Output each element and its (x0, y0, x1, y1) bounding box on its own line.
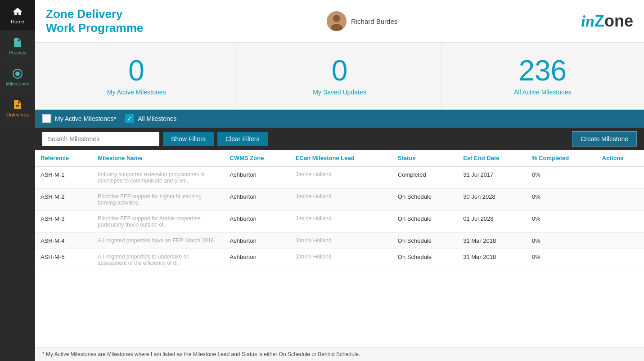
table-row: ASH-M-1 Industry supported extension pro… (35, 166, 644, 189)
col-reference: Reference (35, 150, 92, 166)
cell-lead: Janine Holland (290, 233, 392, 249)
sidebar-item-home-label: Home (11, 19, 24, 24)
table-row: ASH-M-4 All irrigated properties have an… (35, 233, 644, 249)
cell-actions (597, 211, 644, 233)
cell-pct: 0% (527, 211, 597, 233)
sidebar-item-projects[interactable]: Projects (0, 31, 35, 62)
main-content: Zone Delivery Work Programme Richard Bur… (35, 0, 644, 361)
cell-actions (597, 166, 644, 189)
header-user: Richard Burdes (327, 11, 397, 31)
sidebar: Home Projects Milestones Outcomes (0, 0, 35, 361)
cell-name: All irrigated properties have an FEP. Ma… (92, 233, 224, 249)
cell-status: On Schedule (392, 211, 458, 233)
cell-status: On Schedule (392, 249, 458, 271)
cell-lead: Janine Holland (290, 189, 392, 211)
projects-icon (12, 37, 23, 48)
footer-note: * My Active Milestones are Milestones wh… (35, 347, 644, 361)
cell-zone: Ashburton (225, 211, 290, 233)
milestones-table: Reference Milestone Name CWMS Zone ECan … (35, 150, 644, 271)
col-est-end-date: Est End Date (458, 150, 527, 166)
cell-ref: ASH-M-5 (35, 249, 92, 271)
my-active-toggle-group: My Active Milestones* (42, 114, 116, 123)
stat-my-active: 0 My Active Milestones (35, 43, 238, 109)
all-milestones-checkbox[interactable]: ✓ (125, 114, 134, 123)
sidebar-item-projects-label: Projects (9, 50, 27, 55)
cell-lead: Janine Holland (290, 249, 392, 271)
cell-pct: 0% (527, 249, 597, 271)
stat-saved-updates-value: 0 (332, 56, 348, 85)
svg-point-1 (15, 71, 20, 76)
table-header-row: Reference Milestone Name CWMS Zone ECan … (35, 150, 644, 166)
cell-date: 30 Jun 2028 (458, 189, 527, 211)
sidebar-item-milestones[interactable]: Milestones (0, 62, 35, 93)
cell-zone: Ashburton (225, 189, 290, 211)
cell-ref: ASH-M-1 (35, 166, 92, 189)
sidebar-item-milestones-label: Milestones (6, 81, 30, 86)
title-line2: Work Programme (46, 21, 143, 35)
home-icon (12, 6, 23, 17)
milestones-icon (12, 68, 23, 79)
col-status: Status (392, 150, 458, 166)
cell-pct: 0% (527, 166, 597, 189)
cell-ref: ASH-M-3 (35, 211, 92, 233)
table-row: ASH-M-2 Prioritise FEP support for highe… (35, 189, 644, 211)
title-line1: Zone Delivery (46, 7, 143, 21)
cell-lead: Janine Holland (290, 211, 392, 233)
app-logo: inZone (581, 12, 633, 31)
show-filters-button[interactable]: Show Filters (163, 132, 214, 146)
clear-filters-button[interactable]: Clear Filters (217, 132, 267, 146)
cell-name: All irrigated properties to undertake an… (92, 249, 224, 271)
table-body: ASH-M-1 Industry supported extension pro… (35, 166, 644, 271)
stat-saved-updates-label: My Saved Updates (313, 89, 366, 96)
create-milestone-button[interactable]: Create Milestone (572, 131, 637, 147)
cell-status: Completed (392, 166, 458, 189)
cell-pct: 0% (527, 233, 597, 249)
stat-all-active-value: 236 (518, 56, 567, 85)
cell-zone: Ashburton (225, 249, 290, 271)
search-input[interactable] (42, 132, 159, 146)
cell-name: Prioritise FEP support for higher N leac… (92, 189, 224, 211)
sidebar-item-outcomes-label: Outcomes (6, 112, 29, 117)
cell-actions (597, 189, 644, 211)
cell-status: On Schedule (392, 189, 458, 211)
stat-my-active-label: My Active Milestones (107, 89, 166, 96)
cell-actions (597, 233, 644, 249)
cell-date: 31 Mar 2018 (458, 249, 527, 271)
table-toolbar: My Active Milestones* ✓ All Milestones (35, 110, 644, 128)
cell-date: 31 Jul 2017 (458, 166, 527, 189)
avatar-image (327, 11, 347, 31)
table-row: ASH-M-3 Prioritise FEP support for Arabl… (35, 211, 644, 233)
username: Richard Burdes (351, 18, 397, 25)
sidebar-item-home[interactable]: Home (0, 0, 35, 31)
sidebar-item-outcomes[interactable]: Outcomes (0, 93, 35, 124)
cell-date: 01 Jul 2028 (458, 211, 527, 233)
my-active-checkbox[interactable] (42, 114, 51, 123)
my-active-checkbox-label: My Active Milestones* (55, 115, 116, 122)
col-actions: Actions (597, 150, 644, 166)
outcomes-icon (12, 99, 23, 110)
footer-note-text: * My Active Milestones are Milestones wh… (42, 351, 360, 357)
all-milestones-toggle-group: ✓ All Milestones (125, 114, 176, 123)
cell-name: Prioritise FEP support for Arable proper… (92, 211, 224, 233)
cell-zone: Ashburton (225, 233, 290, 249)
all-milestones-checkbox-label: All Milestones (138, 115, 176, 122)
data-table: Reference Milestone Name CWMS Zone ECan … (35, 150, 644, 347)
cell-status: On Schedule (392, 233, 458, 249)
cell-pct: 0% (527, 189, 597, 211)
avatar (327, 11, 347, 31)
filter-bar: Show Filters Clear Filters Create Milest… (35, 128, 644, 150)
stats-row: 0 My Active Milestones 0 My Saved Update… (35, 43, 644, 110)
svg-point-3 (333, 15, 340, 22)
col-ecan-lead: ECan Milestone Lead (290, 150, 392, 166)
col-cwms-zone: CWMS Zone (225, 150, 290, 166)
header-title: Zone Delivery Work Programme (46, 7, 143, 35)
table-area: My Active Milestones* ✓ All Milestones S… (35, 110, 644, 361)
stat-all-active: 236 All Active Milestones (441, 43, 644, 109)
cell-lead: Janine Holland (290, 166, 392, 189)
stat-all-active-label: All Active Milestones (514, 89, 572, 96)
cell-ref: ASH-M-2 (35, 189, 92, 211)
header: Zone Delivery Work Programme Richard Bur… (35, 0, 644, 43)
col-milestone-name: Milestone Name (92, 150, 224, 166)
table-row: ASH-M-5 All irrigated properties to unde… (35, 249, 644, 271)
col-pct-completed: % Completed (527, 150, 597, 166)
